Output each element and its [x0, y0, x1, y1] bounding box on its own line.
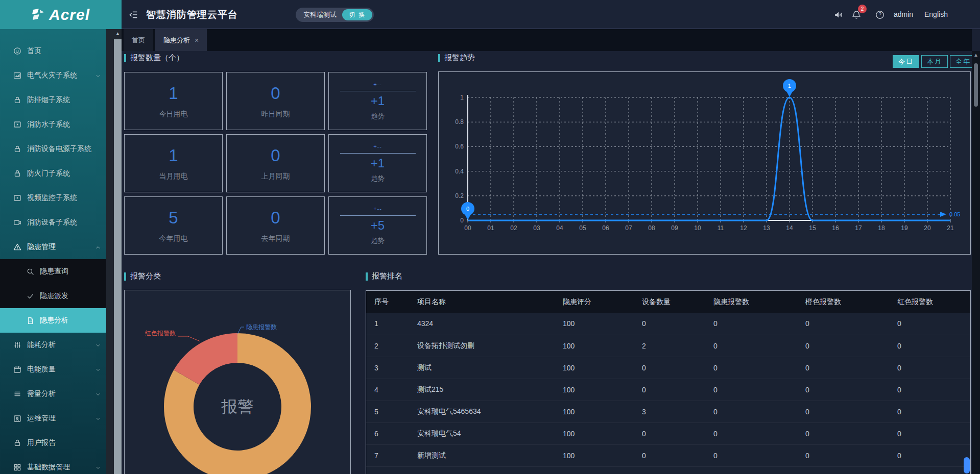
table-cell: 0: [634, 422, 705, 444]
sidebar-item-9[interactable]: 能耗分析: [0, 333, 106, 357]
table-cell: 100: [555, 444, 634, 466]
svg-text:11: 11: [718, 224, 724, 232]
tab-0[interactable]: 首页: [124, 29, 153, 51]
sidebar-item-1[interactable]: 电气火灾子系统: [0, 63, 106, 88]
sidebar-item-13[interactable]: 用户报告: [0, 431, 106, 455]
sidebar-item-2[interactable]: 防排烟子系统: [0, 88, 106, 112]
sidebar-subitem-label: 隐患查询: [40, 267, 68, 276]
svg-text:02: 02: [510, 224, 517, 232]
table-cell: 0: [797, 422, 889, 444]
line-chart: 00.20.40.60.8100010203040506070809101112…: [439, 72, 970, 254]
close-tab-icon[interactable]: ×: [195, 36, 199, 44]
sidebar-item-12[interactable]: 运维管理: [0, 406, 106, 431]
sidebar-item-14[interactable]: 基础数据管理: [0, 455, 106, 474]
alarm-count-card-5: +-- +1趋势: [328, 134, 427, 192]
title-accent-bar: [124, 272, 126, 281]
sidebar-item-label: 消防设备子系统: [27, 218, 77, 227]
sidebar-item-11[interactable]: 需量分析: [0, 382, 106, 406]
chevron-down-icon: [95, 464, 101, 470]
language-switch[interactable]: English: [924, 0, 948, 29]
svg-text:15: 15: [809, 224, 816, 232]
card-value: 1: [169, 84, 178, 103]
check-icon: [27, 292, 34, 300]
project-selector[interactable]: 安科瑞测试 切 换: [296, 8, 374, 22]
svg-text:10: 10: [694, 224, 701, 232]
user-menu[interactable]: admin: [894, 0, 913, 29]
ranking-table: 序号项目名称隐患评分设备数量隐患报警数橙色报警数红色报警数14324100000…: [366, 291, 971, 467]
alarm-count-card-0: 1今日用电: [124, 72, 223, 130]
sidebar-item-8[interactable]: 隐患管理: [0, 235, 106, 259]
table-cell: 新增测试: [409, 444, 555, 466]
sidebar-item-10[interactable]: 电能质量: [0, 357, 106, 382]
alarm-count-card-3: 1当月用电: [124, 134, 223, 192]
table-row-0[interactable]: 143241000000: [366, 313, 971, 335]
svg-text:17: 17: [855, 224, 862, 232]
table-cell: 安科瑞电气5465634: [409, 401, 555, 422]
chevron-down-icon: [95, 391, 101, 397]
sidebar-item-label: 电能质量: [27, 365, 56, 374]
lock-icon: [13, 96, 21, 104]
switch-project-button[interactable]: 切 换: [342, 9, 372, 20]
sidebar-item-6[interactable]: 视频监控子系统: [0, 186, 106, 210]
sidebar-item-3[interactable]: 消防水子系统: [0, 112, 106, 137]
svg-text:12: 12: [740, 224, 747, 232]
chevron-up-icon: [95, 244, 101, 250]
svg-text:00: 00: [464, 224, 471, 232]
search-icon: [27, 268, 34, 276]
table-row-5[interactable]: 6安科瑞电气541000000: [366, 422, 971, 444]
card-value: 0: [271, 84, 280, 103]
range-button-1[interactable]: 本月: [921, 55, 948, 68]
sidebar-item-5[interactable]: 防火门子系统: [0, 161, 106, 186]
trend-sub-value: +--: [373, 81, 382, 87]
sidebar-item-0[interactable]: 首页: [0, 39, 106, 63]
speaker-icon[interactable]: [834, 10, 843, 19]
alarm-ranking-table: 序号项目名称隐患评分设备数量隐患报警数橙色报警数红色报警数14324100000…: [366, 290, 971, 474]
help-icon[interactable]: ?: [875, 10, 885, 19]
card-label: 上月同期: [261, 172, 290, 181]
svg-text:0.8: 0.8: [455, 118, 464, 126]
table-cell: 3: [634, 401, 705, 422]
sidebar-subitem-1[interactable]: 隐患派发: [0, 284, 106, 308]
sidebar-item-label: 防火门子系统: [27, 169, 70, 178]
table-row-2[interactable]: 3测试1000000: [366, 357, 971, 379]
table-cell: 100: [555, 335, 634, 357]
sidebar-scrollbar[interactable]: ▲: [106, 29, 122, 474]
trend-value: +1: [371, 94, 385, 108]
table-cell: 6: [366, 422, 409, 444]
collapse-menu-icon[interactable]: [129, 10, 138, 19]
sidebar-item-7[interactable]: 消防设备子系统: [0, 210, 106, 235]
table-row-1[interactable]: 2设备拓扑测试勿删1002000: [366, 335, 971, 357]
sidebar-item-4[interactable]: 消防设备电源子系统: [0, 137, 106, 161]
table-row-4[interactable]: 5安科瑞电气54656341003000: [366, 401, 971, 422]
sidebar-subitem-2[interactable]: 隐患分析: [0, 308, 106, 333]
sidebar-scrollbar-thumb[interactable]: [114, 39, 122, 474]
main-scrollbar[interactable]: ▲: [972, 51, 980, 474]
table-column-header: 设备数量: [634, 291, 705, 313]
scroll-up-icon[interactable]: ▲: [972, 52, 980, 58]
alarm-trend-chart: 00.20.40.60.8100010203040506070809101112…: [438, 71, 971, 255]
grid-icon: [13, 463, 21, 471]
trend-value: +5: [371, 218, 385, 233]
table-cell: 100: [555, 401, 634, 422]
table-row-6[interactable]: 7新增测试1000000: [366, 444, 971, 466]
main-scrollbar-thumb[interactable]: [974, 63, 978, 107]
home-icon: [13, 47, 21, 55]
sidebar-subitem-0[interactable]: 隐患查询: [0, 259, 106, 284]
tab-1[interactable]: 隐患分析×: [155, 29, 207, 51]
table-cell: 安科瑞电气54: [409, 422, 555, 444]
svg-text:0.05: 0.05: [949, 211, 960, 217]
sidebar-item-label: 隐患管理: [27, 242, 56, 252]
range-button-0[interactable]: 今日: [893, 55, 919, 68]
card-label: 昨日同期: [261, 110, 290, 119]
alarm-count-card-4: 0上月同期: [226, 134, 325, 192]
top-header: Acrel 智慧消防管理云平台 安科瑞测试 切 换 2: [0, 0, 980, 29]
table-row-3[interactable]: 4测试2151000000: [366, 379, 971, 401]
chart-marker-pin: 1: [783, 79, 796, 97]
card-label: 今年用电: [159, 234, 188, 243]
table-cell: 100: [555, 422, 634, 444]
table-cell: 4: [366, 379, 409, 401]
scroll-up-icon[interactable]: ▲: [114, 31, 122, 36]
sidebar-item-label: 消防水子系统: [27, 120, 70, 129]
table-cell: 0: [889, 401, 971, 422]
table-scrollbar-thumb[interactable]: [964, 457, 970, 473]
